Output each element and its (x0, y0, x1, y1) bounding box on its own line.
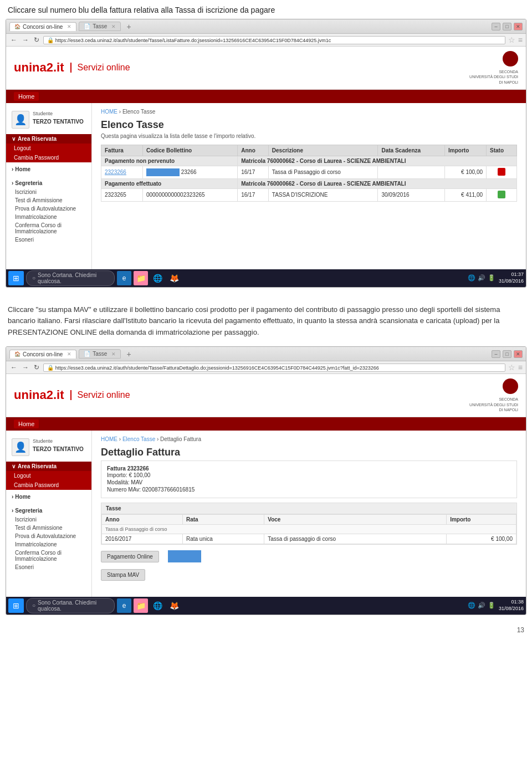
breadcrumb-elenco-link[interactable]: Elenco Tasse (122, 436, 155, 442)
taskbar-ie-icon[interactable]: e (117, 271, 131, 285)
new-tab-button[interactable]: + (123, 22, 134, 31)
browser-titlebar-2: 🏠 Concorsi on-line ✕ 📄 Tasse ✕ + – □ ✕ (6, 347, 526, 361)
taskbar-2: ⊞ ○ Sono Cortana. Chiedimi qualcosa. e 📁… (6, 597, 526, 615)
sidebar-avatar: 👤 (12, 111, 29, 129)
sidebar-item-esoneri-2[interactable]: Esoneri (6, 563, 91, 571)
start-button-2[interactable]: ⊞ (8, 598, 24, 613)
bookmark-icon[interactable]: ☆ (508, 35, 515, 44)
breadcrumb-1: HOME › Elenco Tasse (101, 109, 517, 115)
site-body-1: HOME › Elenco Tasse Elenco Tasse Questa … (92, 103, 526, 269)
nav-home-1[interactable]: Home (14, 92, 39, 101)
uni-name-2: SECONDAUNIVERSITÀ DEGLI STUDIDI NAPOLI (469, 397, 518, 412)
sidebar-item-immatricolazione-2[interactable]: Immatricolazione (6, 540, 91, 549)
col-codice: Codice Bollettino (142, 145, 237, 156)
nav-home-2[interactable]: Home (14, 419, 39, 428)
browser-titlebar-1: 🏠 Concorsi on-line ✕ 📄 Tasse ✕ + – □ ✕ (6, 19, 526, 34)
forward-button-1[interactable]: → (21, 36, 30, 44)
bookmark-icon-2[interactable]: ☆ (508, 363, 515, 372)
sidebar-item-immatricolazione[interactable]: Immatricolazione (6, 213, 91, 221)
table-row-2: 2323265 0000000000002323265 16/17 TASSA … (101, 188, 517, 201)
col-anno: Anno (238, 145, 269, 156)
area-riservata-label-2: Area Riservata (18, 463, 57, 469)
reload-button-2[interactable]: ↻ (33, 364, 40, 371)
cortana-icon-1: ○ (32, 275, 35, 281)
modalita-field: Modalità: MAV (107, 479, 511, 486)
sidebar-item-test-2[interactable]: Test di Ammissione (6, 524, 91, 532)
cell-fattura-1[interactable]: 2323266 (101, 166, 143, 178)
restore-button[interactable]: □ (503, 23, 511, 30)
tab-icon-2: 📄 (84, 23, 90, 29)
browser-tab-2[interactable]: 📄 Tasse ✕ (79, 22, 121, 31)
cell-importo-detail: € 100,00 (447, 534, 516, 544)
sidebar-logout-2[interactable]: Logout (6, 471, 91, 480)
browser-tab-2b[interactable]: 📄 Tasse ✕ (79, 349, 121, 359)
sidebar-item-conferma-2[interactable]: Conferma Corso di Immatricolazione (6, 549, 91, 563)
taskbar-firefox-icon[interactable]: 🦊 (167, 271, 181, 285)
browser-tab-2-active[interactable]: 🏠 Concorsi on-line ✕ (9, 350, 76, 359)
sidebar-item-prova[interactable]: Prova di Autovalutazione (6, 204, 91, 213)
sidebar-segreteria-title: › Segreteria (6, 178, 91, 188)
reload-button-1[interactable]: ↻ (33, 36, 40, 44)
taskbar-chrome-icon-2[interactable]: 🌐 (150, 598, 165, 613)
pagamento-online-button[interactable]: Pagamento Online (101, 551, 159, 562)
url-bar-1[interactable]: 🔒 https://esse3.ceda.unina2.it/auth/stud… (43, 36, 505, 44)
uni-logo: SECONDAUNIVERSITÀ DEGLI STUDIDI NAPOLI (469, 51, 518, 85)
breadcrumb-home-link[interactable]: HOME (101, 109, 117, 115)
browser-tab-1-active[interactable]: 🏠 Concorsi on-line ✕ (9, 22, 76, 31)
forward-button-2[interactable]: → (21, 364, 30, 371)
sidebar-cambia-password-2[interactable]: Cambia Password (6, 480, 91, 490)
taskbar-firefox-icon-2[interactable]: 🦊 (167, 598, 181, 613)
cortana-bar-2[interactable]: ○ Sono Cortana. Chiedimi qualcosa. (26, 598, 115, 613)
new-tab-button-2[interactable]: + (123, 350, 134, 359)
tab-2-close[interactable]: ✕ (111, 24, 116, 29)
cortana-bar-1[interactable]: ○ Sono Cortana. Chiedimi qualcosa. (26, 270, 115, 286)
close-button[interactable]: ✕ (514, 23, 523, 30)
site-content-2: unina2.it Servizi online SECONDAUNIVERSI… (6, 374, 526, 597)
sidebar-item-iscrizioni[interactable]: Iscrizioni (6, 188, 91, 196)
sidebar-item-iscrizioni-2[interactable]: Iscrizioni (6, 515, 91, 524)
taskbar-right-1: 🌐 🔊 🔋 01:37 31/08/2016 (468, 272, 524, 284)
battery-icon-2: 🔋 (488, 602, 495, 609)
breadcrumb-home-link-2[interactable]: HOME (101, 436, 117, 442)
sidebar-item-prova-2[interactable]: Prova di Autovalutazione (6, 532, 91, 540)
cortana-text-2: Sono Cortana. Chiedimi qualcosa. (38, 600, 109, 612)
sidebar-item-esoneri[interactable]: Esoneri (6, 236, 91, 244)
sidebar-avatar-2: 👤 (12, 438, 29, 456)
explorer-icon: 📁 (136, 274, 146, 283)
page-number: 13 (0, 624, 532, 638)
tab-icon-2b: 📄 (84, 351, 90, 357)
taskbar-explorer-icon-2[interactable]: 📁 (134, 598, 148, 613)
sidebar-item-conferma[interactable]: Conferma Corso di Immatricolazione (6, 221, 91, 236)
tab-2a-close[interactable]: ✕ (67, 351, 71, 357)
fattura-link-1[interactable]: 2323266 (105, 169, 126, 175)
taskbar-ie-icon-2[interactable]: e (117, 598, 131, 613)
sidebar-logout[interactable]: Logout (6, 144, 91, 153)
stampa-mav-button[interactable]: Stampa MAV (101, 569, 145, 581)
start-button-1[interactable]: ⊞ (8, 271, 24, 285)
cell-anno-2: 16/17 (238, 188, 269, 201)
taskbar-explorer-icon[interactable]: 📁 (134, 271, 148, 285)
minimize-button[interactable]: – (492, 23, 500, 30)
minimize-button-2[interactable]: – (492, 350, 500, 358)
menu-icon-2[interactable]: ≡ (518, 363, 523, 372)
menu-icon[interactable]: ≡ (518, 35, 523, 44)
close-button-2[interactable]: ✕ (514, 350, 523, 358)
cortana-icon-2: ○ (32, 602, 35, 608)
back-button-2[interactable]: ← (9, 364, 18, 371)
tab-1-close[interactable]: ✕ (67, 24, 71, 29)
url-text-1: https://esse3.ceda.unina2.it/auth/studen… (55, 38, 331, 43)
restore-button-2[interactable]: □ (503, 350, 511, 358)
uni-logo-2: SECONDAUNIVERSITÀ DEGLI STUDIDI NAPOLI (469, 378, 518, 412)
url-bar-2[interactable]: 🔒 https://esse3.ceda.unina2.it/auth/stud… (43, 364, 505, 372)
status-red-icon (498, 168, 505, 176)
sidebar-item-test[interactable]: Test di Ammissione (6, 196, 91, 204)
site-nav-2: Home (6, 417, 526, 431)
taskbar-chrome-icon[interactable]: 🌐 (150, 271, 165, 285)
sidebar-cambia-password[interactable]: Cambia Password (6, 153, 91, 162)
tab-2a-label: Concorsi on-line (23, 351, 63, 357)
col-importo-2: Importo (447, 514, 516, 524)
back-button-1[interactable]: ← (9, 36, 18, 44)
windows-icon-2: ⊞ (13, 601, 19, 610)
tab-2b-close[interactable]: ✕ (111, 351, 116, 357)
browser-controls-1: – □ ✕ (492, 23, 523, 30)
